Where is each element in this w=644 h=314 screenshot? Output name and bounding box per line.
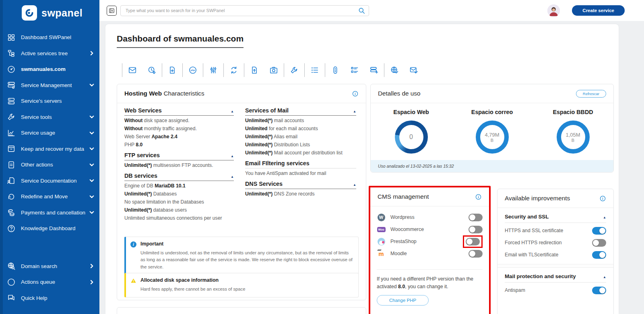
search-icon[interactable]	[358, 7, 365, 15]
sidebar-item-label: Domain search	[21, 263, 57, 269]
sidebar-item-payments-and-cancellation[interactable]: Payments and cancellation	[0, 205, 99, 221]
improvement-label: Forced HTTPS redirection	[505, 240, 562, 245]
sync-icon[interactable]	[229, 65, 239, 75]
document-icon	[7, 160, 16, 169]
change-php-button[interactable]: Change PHP	[377, 295, 429, 306]
antispam-toggle[interactable]	[592, 287, 606, 294]
note-title: Important	[140, 241, 353, 247]
section-title: DNS Services	[245, 181, 283, 187]
hosting-left-column: Web Services ▲ Without disk space assign…	[124, 107, 234, 225]
hosting-panel-title: Hosting Web Characteristics	[124, 90, 204, 97]
warning-note: Allocated disk space information Hard fe…	[124, 273, 359, 297]
donut-chart: 1,05MB	[557, 121, 590, 154]
sidebar-item-quick-help[interactable]: Quick Help	[0, 290, 99, 306]
chevron-down-icon	[89, 146, 94, 151]
server-plus-icon[interactable]	[369, 65, 379, 75]
sidebar-item-knowledge-dashboard[interactable]: Knowledge Dashboard	[0, 220, 99, 237]
sidebar-item-label: Quick Help	[21, 295, 47, 301]
sidebar-item-other-actions[interactable]: Other actions	[0, 157, 99, 173]
sidebar-item-redefine-and-move[interactable]: Redefine and Move	[0, 189, 99, 205]
sidebar-collapse-button[interactable]	[107, 6, 117, 16]
collapse-arrow-icon[interactable]: ▲	[231, 154, 234, 158]
collapse-arrow-icon[interactable]: ▲	[231, 110, 234, 114]
mail-icon[interactable]	[128, 65, 137, 75]
camera-icon[interactable]	[269, 65, 279, 75]
sidebar-item-keep-and-recover-my-data[interactable]: Keep and recover my data	[0, 141, 99, 157]
wrench-icon[interactable]	[289, 65, 299, 75]
php-icon[interactable]: php	[188, 65, 198, 75]
sidebar-item-active-services-tree[interactable]: Active services tree	[0, 46, 99, 62]
note-text: Hard fees apply, there cannot be an exce…	[140, 286, 353, 293]
red-highlight-box	[463, 235, 483, 248]
sidebar-item-actions-queue[interactable]: Actions queue	[0, 274, 99, 290]
dotted-list-icon[interactable]	[310, 65, 320, 75]
prestashop-logo-icon	[378, 238, 385, 245]
donut-value: 4,79M	[485, 132, 499, 138]
sidebar-item-service-management[interactable]: Service Management	[0, 77, 99, 94]
forced-https-redirection-toggle[interactable]	[592, 239, 606, 247]
donut-unit: B	[491, 138, 493, 143]
divider	[377, 269, 483, 270]
https-and-ssl-certificate-toggle[interactable]	[592, 227, 606, 235]
feature-line: Without monthly traffic assigned.	[124, 126, 234, 132]
chevron-right-icon	[89, 51, 94, 56]
sidebar-gap	[0, 237, 99, 258]
donut-value: 0	[409, 133, 413, 141]
section-header: FTP services ▲	[124, 152, 234, 160]
collapse-arrow-icon[interactable]: ▲	[603, 216, 606, 220]
globe-check-icon[interactable]	[390, 65, 399, 75]
woocommerce-logo-icon: Woo	[377, 227, 386, 232]
feature-line: No space limitation in the Databases	[124, 199, 234, 205]
logo[interactable]: swpanel	[0, 0, 99, 21]
clock-gear-icon[interactable]	[147, 65, 157, 75]
list-squares-icon[interactable]	[350, 65, 359, 75]
sidebar-item-label: Active services tree	[21, 50, 68, 56]
cms-name: Woocommerce	[390, 227, 469, 232]
chevron-down-icon	[89, 194, 94, 199]
section-gap	[497, 264, 613, 268]
panel-info-icon[interactable]	[352, 90, 359, 97]
panel-info-icon[interactable]	[599, 195, 606, 202]
user-avatar[interactable]	[547, 4, 560, 17]
hosting-characteristics-panel: Hosting Web Characteristics Web Services…	[117, 84, 366, 300]
collapse-arrow-icon[interactable]: ▲	[353, 183, 356, 187]
php-version-note: If you need a different PHP version than…	[377, 275, 483, 290]
sidebar: swpanel Dashboard SWPanel Active service…	[0, 0, 99, 314]
sidebar-item-service-usage[interactable]: Service usage	[0, 125, 99, 141]
feature-line: PHP 8.0	[124, 142, 234, 148]
collapse-arrow-icon[interactable]: ▲	[231, 175, 234, 179]
hosting-right-column: Services of Mail ▲ Unlimited(*) mail acc…	[245, 107, 356, 225]
search-input[interactable]	[120, 5, 369, 16]
sliders-icon[interactable]	[208, 65, 218, 75]
cms-row-woocommerce: Woo Woocommerce	[377, 223, 483, 235]
hosting-section: Services of Mail ▲ Unlimited(*) mail acc…	[245, 107, 356, 156]
create-service-button[interactable]: Create service	[572, 5, 625, 16]
woocommerce-toggle[interactable]	[469, 226, 483, 233]
prestashop-toggle[interactable]	[466, 238, 480, 245]
donut-label: Espacio correo	[471, 109, 513, 115]
cms-name: Moodle	[390, 251, 469, 256]
collapse-arrow-icon[interactable]: ▲	[603, 275, 606, 279]
donut-unit: B	[572, 138, 574, 143]
sidebar-item-service-s-servers[interactable]: Service's servers	[0, 93, 99, 109]
moodle-toggle[interactable]	[469, 250, 483, 258]
sidebar-item-service-tools[interactable]: Service tools	[0, 109, 99, 125]
wordpress-toggle[interactable]	[469, 214, 483, 221]
sidebar-item-domain-search[interactable]: Domain search	[0, 258, 99, 274]
improvement-label: Email with TLScertificate	[505, 252, 558, 258]
file-upload-icon[interactable]	[250, 65, 259, 75]
improvement-section-header: Security and SSL ▲	[505, 208, 606, 223]
section-title: Web Services	[124, 107, 162, 114]
sidebar-item-service-documentation[interactable]: Service Documentation	[0, 173, 99, 189]
donut-value: 1,05M	[566, 132, 580, 138]
email-with-tlscertificate-toggle[interactable]	[592, 251, 606, 259]
refresh-button[interactable]: Refrescar	[576, 90, 606, 98]
status-pill-icon[interactable]	[330, 65, 340, 75]
sidebar-item-dashboard-swpanel[interactable]: Dashboard SWPanel	[0, 29, 99, 46]
file-plus-icon[interactable]	[167, 65, 177, 75]
collapse-arrow-icon[interactable]: ▲	[353, 110, 356, 114]
feature-line: Unlimited(*) Distribution Lists	[245, 142, 356, 148]
sidebar-item-swmanuales-com[interactable]: swmanuales.com	[0, 61, 99, 77]
panel-info-icon[interactable]	[475, 193, 482, 200]
mail-check-icon[interactable]	[409, 65, 419, 75]
